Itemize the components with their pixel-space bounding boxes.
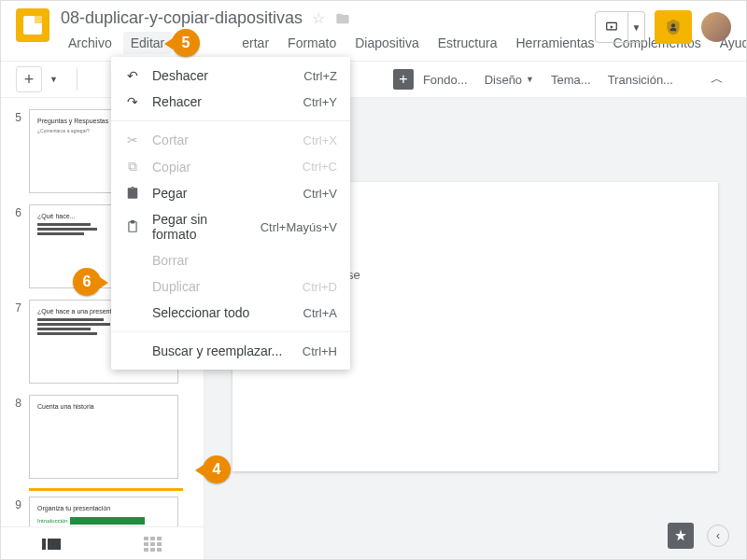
svg-rect-8 <box>150 542 155 546</box>
svg-point-1 <box>671 23 675 27</box>
new-slide-button[interactable]: + <box>16 66 42 92</box>
menu-item-label: Pegar <box>152 186 292 201</box>
menu-item-paste-without-format[interactable]: Pegar sin formato Ctrl+Mayús+V <box>111 206 350 247</box>
menu-item-paste[interactable]: Pegar Ctrl+V <box>111 180 350 206</box>
menu-item-label: Rehacer <box>152 94 292 109</box>
svg-rect-10 <box>144 548 148 552</box>
layout-button[interactable]: Diseño▼ <box>477 69 542 91</box>
menu-item-duplicate: Duplicar Ctrl+D <box>111 273 350 300</box>
svg-rect-5 <box>150 537 155 540</box>
menu-item-shortcut: Ctrl+Mayús+V <box>261 220 337 234</box>
edit-menu-dropdown: ↶ Deshacer Ctrl+Z ↷ Rehacer Ctrl+Y ✂ Cor… <box>111 57 350 370</box>
collapse-toolbar-icon[interactable]: ︿ <box>703 67 731 91</box>
svg-rect-4 <box>144 537 148 540</box>
toolbar-right: + Fondo... Diseño▼ Tema... Transición... <box>393 69 681 91</box>
star-icon[interactable]: ☆ <box>312 9 325 27</box>
undo-icon: ↶ <box>124 68 141 83</box>
add-slide-icon[interactable]: + <box>393 69 414 90</box>
menu-item-undo[interactable]: ↶ Deshacer Ctrl+Z <box>111 63 350 89</box>
thumb-title: Cuenta una historia <box>37 403 170 410</box>
account-avatar[interactable] <box>701 12 731 42</box>
menu-separator <box>111 120 350 121</box>
menu-item-shortcut: Ctrl+C <box>303 160 337 174</box>
thumb-title: Organiza tu presentación <box>37 505 170 511</box>
redo-icon: ↷ <box>124 94 141 109</box>
explore-button[interactable] <box>668 523 694 549</box>
menu-item-shortcut: Ctrl+V <box>303 187 337 201</box>
thumb-number: 5 <box>10 109 21 124</box>
copy-icon: ⧉ <box>124 159 141 175</box>
menu-item-label: Buscar y reemplazar... <box>152 343 291 358</box>
new-slide-dropdown-icon[interactable]: ▼ <box>46 71 62 88</box>
cut-icon: ✂ <box>124 133 141 147</box>
menu-item-shortcut: Ctrl+X <box>303 133 337 147</box>
svg-rect-11 <box>150 548 155 552</box>
thumbnail-row[interactable]: 9 Organiza tu presentación Introducción … <box>1 493 204 526</box>
present-dropdown-icon[interactable]: ▼ <box>628 11 645 43</box>
paste-icon <box>124 186 141 201</box>
insertion-point-indicator <box>29 488 183 491</box>
menu-herramientas[interactable]: Herramientas <box>509 32 602 54</box>
menu-item-shortcut: Ctrl+A <box>303 306 337 320</box>
present-button[interactable] <box>595 11 628 43</box>
header-actions: ▼ <box>595 10 731 44</box>
annotation-callout-5: 5 <box>172 29 200 57</box>
thumb-number: 9 <box>10 497 21 511</box>
menu-item-label: Copiar <box>152 160 291 175</box>
menu-formato[interactable]: Formato <box>280 32 344 54</box>
menu-item-label: Cortar <box>152 133 292 147</box>
menu-item-label: Seleccionar todo <box>152 305 292 320</box>
thumb-label: Introducción <box>37 518 68 524</box>
thumbnail-row[interactable]: 8 Cuenta una historia <box>1 391 204 486</box>
slides-logo-icon <box>16 8 49 42</box>
menu-item-select-all[interactable]: Seleccionar todo Ctrl+A <box>111 300 350 326</box>
theme-button[interactable]: Tema... <box>543 69 599 91</box>
view-switcher <box>1 526 204 560</box>
toolbar-separator <box>77 68 78 91</box>
menu-item-label: Duplicar <box>152 279 291 294</box>
collapse-right-icon[interactable]: ‹ <box>707 525 729 547</box>
menu-archivo[interactable]: Archivo <box>61 32 120 54</box>
menu-insertar[interactable]: ertar <box>234 32 276 54</box>
svg-rect-2 <box>42 539 46 550</box>
svg-rect-9 <box>157 542 162 546</box>
annotation-callout-6: 6 <box>73 268 101 296</box>
menu-item-shortcut: Ctrl+Z <box>303 69 337 83</box>
menu-separator <box>111 331 350 332</box>
slide-thumbnail-9[interactable]: Organiza tu presentación Introducción Cu… <box>29 497 178 526</box>
app-header: 08-duplicar-y-copiar-diapositivas ☆ Arch… <box>1 1 746 61</box>
svg-rect-3 <box>48 539 61 550</box>
menu-item-delete: Borrar <box>111 247 350 273</box>
menu-diapositiva[interactable]: Diapositiva <box>347 32 426 54</box>
menu-item-shortcut: Ctrl+H <box>303 344 337 358</box>
svg-rect-7 <box>144 542 148 546</box>
menu-item-copy: ⧉ Copiar Ctrl+C <box>111 153 350 180</box>
svg-rect-12 <box>157 548 162 552</box>
grid-view-icon[interactable] <box>144 537 162 552</box>
annotation-callout-4: 4 <box>203 455 231 483</box>
thumb-number: 7 <box>10 300 21 315</box>
menu-item-cut: ✂ Cortar Ctrl+X <box>111 127 350 153</box>
menu-item-find-replace[interactable]: Buscar y reemplazar... Ctrl+H <box>111 338 350 364</box>
thumb-number: 8 <box>10 395 21 410</box>
canvas-bottom-controls: ‹ <box>668 523 729 549</box>
thumb-number: 6 <box>10 204 21 219</box>
paste-plain-icon <box>124 219 141 234</box>
move-folder-icon[interactable] <box>334 11 351 26</box>
transition-button[interactable]: Transición... <box>600 69 681 91</box>
document-title[interactable]: 08-duplicar-y-copiar-diapositivas <box>61 8 303 28</box>
menu-estructura[interactable]: Estructura <box>430 32 505 54</box>
background-button[interactable]: Fondo... <box>416 69 475 91</box>
menu-item-shortcut: Ctrl+Y <box>303 95 337 109</box>
menu-item-label: Pegar sin formato <box>152 212 249 242</box>
menu-item-label: Deshacer <box>152 68 292 83</box>
svg-rect-14 <box>131 221 134 223</box>
svg-rect-6 <box>157 537 162 540</box>
menu-item-shortcut: Ctrl+D <box>303 280 337 294</box>
slide-thumbnail-8[interactable]: Cuenta una historia <box>29 395 178 479</box>
share-button[interactable] <box>655 10 692 44</box>
filmstrip-view-icon[interactable] <box>42 537 61 552</box>
menu-item-label: Borrar <box>152 253 326 268</box>
menu-item-redo[interactable]: ↷ Rehacer Ctrl+Y <box>111 89 350 115</box>
